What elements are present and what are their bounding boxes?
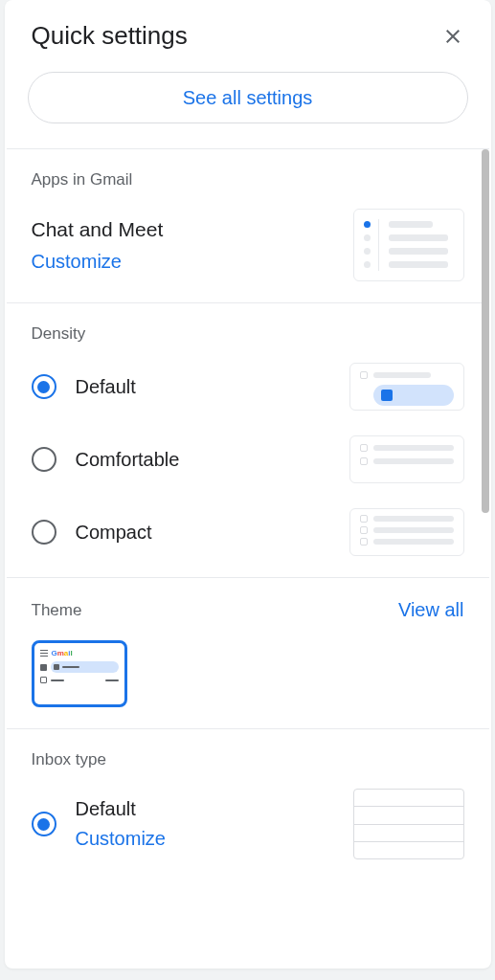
inbox-thumb-default: [353, 789, 464, 859]
radio-default[interactable]: [32, 374, 56, 399]
theme-thumbnail-default[interactable]: Gmail: [32, 640, 127, 707]
panel-title: Quick settings: [32, 21, 188, 51]
density-thumb-compact: [349, 508, 464, 556]
inbox-default-label: Default: [76, 798, 334, 820]
section-theme: Theme View all Gmail: [5, 578, 491, 728]
apps-text: Chat and Meet Customize: [32, 218, 164, 273]
gmail-logo-icon: Gmail: [52, 649, 73, 657]
panel-header: Quick settings: [5, 0, 491, 68]
inbox-option-default[interactable]: Default Customize: [32, 789, 464, 859]
density-label-comfortable: Comfortable: [76, 449, 330, 471]
apps-title: Chat and Meet: [32, 218, 164, 241]
density-label-default: Default: [76, 376, 330, 398]
density-label-compact: Compact: [76, 522, 330, 544]
hamburger-icon: [40, 650, 48, 657]
density-option-comfortable[interactable]: Comfortable: [32, 435, 464, 483]
apps-row: Chat and Meet Customize: [32, 209, 464, 281]
section-density: Density Default Comfortable Compact: [5, 303, 491, 577]
radio-compact[interactable]: [32, 520, 56, 545]
apps-section-label: Apps in Gmail: [32, 170, 464, 189]
see-all-settings-button[interactable]: See all settings: [28, 72, 468, 123]
density-option-default[interactable]: Default: [32, 363, 464, 411]
radio-inbox-default[interactable]: [32, 812, 56, 836]
density-option-compact[interactable]: Compact: [32, 508, 464, 556]
apps-thumbnail: [353, 209, 464, 281]
see-all-wrap: See all settings: [5, 68, 491, 148]
density-section-label: Density: [32, 324, 464, 344]
theme-section-label: Theme: [32, 601, 82, 620]
apps-customize-link[interactable]: Customize: [32, 251, 122, 272]
inbox-customize-link[interactable]: Customize: [76, 828, 166, 849]
density-thumb-comfortable: [349, 435, 464, 483]
radio-comfortable[interactable]: [32, 447, 56, 472]
theme-view-all-link[interactable]: View all: [398, 599, 464, 621]
quick-settings-panel: Quick settings See all settings Apps in …: [5, 0, 491, 969]
scrollbar-thumb[interactable]: [482, 149, 489, 513]
section-apps: Apps in Gmail Chat and Meet Customize: [5, 149, 491, 302]
inbox-text: Default Customize: [76, 798, 334, 850]
section-inbox-type: Inbox type Default Customize: [5, 729, 491, 898]
inbox-section-label: Inbox type: [32, 750, 464, 769]
density-thumb-default: [349, 363, 464, 411]
close-icon[interactable]: [441, 25, 464, 48]
